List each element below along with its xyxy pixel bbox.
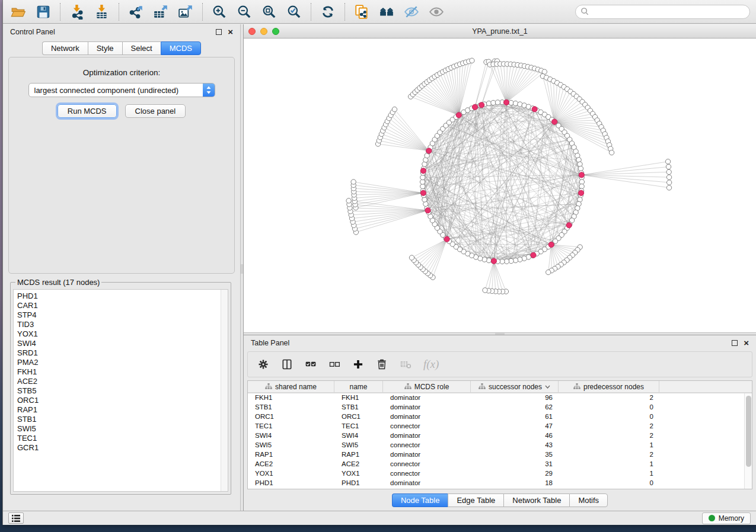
cell-successor-nodes: 47 (471, 422, 559, 431)
mcds-result-item[interactable]: YOX1 (17, 329, 228, 339)
mcds-result-item[interactable]: ACE2 (17, 377, 228, 386)
table-row[interactable]: STB1STB1dominator620 (248, 403, 752, 412)
open-folder-icon[interactable] (10, 4, 27, 20)
mcds-result-item[interactable]: PMA2 (17, 358, 228, 367)
cell-successor-nodes: 61 (471, 412, 559, 422)
table-row[interactable]: TEC1TEC1connector472 (248, 422, 752, 431)
mcds-result-item[interactable]: STB5 (17, 386, 228, 396)
table-row[interactable]: SWI4SWI4dominator462 (248, 431, 752, 441)
tab-network[interactable]: Network (42, 41, 88, 55)
search-icon (580, 7, 589, 16)
zoom-in-icon[interactable] (211, 4, 228, 20)
table-row[interactable]: ORC1ORC1dominator610 (248, 412, 752, 422)
tab-network-table[interactable]: Network Table (503, 493, 569, 507)
mcds-result-item[interactable]: SWI4 (17, 339, 228, 348)
tab-motifs[interactable]: Motifs (569, 493, 608, 507)
mcds-result-item[interactable]: TEC1 (17, 434, 228, 443)
mcds-result-item[interactable]: STB1 (17, 415, 228, 424)
mcds-result-item[interactable]: TID3 (17, 320, 228, 329)
optimization-criterion-select[interactable]: largest connected component (undirected) (28, 83, 215, 97)
table-panel-tabs: Node TableEdge TableNetwork TableMotifs (244, 493, 756, 507)
column-header-name[interactable]: name (334, 381, 383, 392)
close-panel-button[interactable]: Close panel (125, 104, 186, 118)
run-mcds-button[interactable]: Run MCDS (58, 104, 117, 118)
close-panel-icon[interactable]: × (228, 29, 233, 35)
search-input[interactable] (589, 8, 745, 16)
list-scrollbar[interactable] (221, 290, 228, 491)
tab-node-table[interactable]: Node Table (392, 493, 448, 507)
cell-shared-name: TEC1 (248, 422, 334, 431)
search-box[interactable] (575, 5, 750, 19)
first-neighbors-icon[interactable] (378, 4, 395, 20)
control-panel-title: Control Panel (10, 28, 55, 36)
table-mode-gear-icon[interactable] (257, 358, 269, 370)
tab-style[interactable]: Style (88, 41, 122, 55)
add-column-icon[interactable] (352, 358, 364, 370)
cell-predecessor-nodes: 0 (559, 412, 659, 422)
mcds-result-item[interactable]: SRD1 (17, 348, 228, 358)
zoom-out-icon[interactable] (236, 4, 253, 20)
export-image-icon[interactable] (177, 4, 194, 20)
column-header-MCDS-role[interactable]: MCDS role (383, 381, 471, 392)
memory-button[interactable]: Memory (702, 512, 751, 524)
import-table-file-icon[interactable] (94, 4, 110, 20)
export-table-icon[interactable] (152, 4, 169, 20)
cell-shared-name: STB1 (248, 403, 334, 412)
cell-shared-name: FKH1 (248, 393, 334, 403)
mcds-result-list[interactable]: PHD1CAR1STP4TID3YOX1SWI4SRD1PMA2FKH1ACE2… (13, 289, 228, 492)
cell-name: ORC1 (334, 412, 383, 422)
network-graph-canvas[interactable] (244, 39, 756, 332)
hide-selected-icon[interactable] (403, 4, 420, 20)
cell-name: STB1 (334, 403, 383, 412)
mcds-result-item[interactable]: ORC1 (17, 396, 228, 405)
cell-name: RAP1 (334, 450, 383, 460)
table-row[interactable]: RAP1RAP1dominator352 (248, 450, 752, 460)
network-window-titlebar[interactable]: YPA_prune.txt_1 (244, 24, 756, 39)
main-toolbar (3, 0, 756, 24)
select-all-rows-icon[interactable] (305, 358, 317, 370)
status-menu-button[interactable] (8, 512, 24, 524)
mcds-result-item[interactable]: RAP1 (17, 405, 228, 415)
mcds-result-item[interactable]: CAR1 (17, 301, 228, 310)
cell-MCDS-role: dominator (383, 393, 471, 403)
column-type-icon (573, 383, 580, 390)
export-network-icon[interactable] (127, 4, 144, 20)
tab-mcds[interactable]: MCDS (161, 41, 201, 55)
control-panel-tabs: NetworkStyleSelectMCDS (3, 41, 240, 55)
sort-descending-icon (545, 385, 550, 389)
delete-columns-icon[interactable] (376, 358, 388, 370)
toggle-columns-icon[interactable] (281, 358, 293, 370)
cell-shared-name: PHD1 (248, 479, 334, 488)
table-header-row: shared namenameMCDS rolesuccessor nodesp… (248, 381, 752, 393)
table-row[interactable]: FKH1FKH1dominator962 (248, 393, 752, 403)
show-all-icon[interactable] (428, 4, 445, 20)
table-panel: Table Panel × (244, 335, 756, 511)
refresh-network-icon[interactable] (320, 4, 336, 20)
zoom-selected-icon[interactable] (286, 4, 302, 20)
column-header-shared-name[interactable]: shared name (248, 381, 334, 392)
table-row[interactable]: PHD1PHD1dominator180 (248, 479, 752, 488)
column-header-successor-nodes[interactable]: successor nodes (471, 381, 559, 392)
tab-select[interactable]: Select (122, 41, 161, 55)
mcds-result-item[interactable]: PHD1 (17, 291, 228, 301)
save-session-icon[interactable] (35, 4, 52, 20)
mcds-result-group: MCDS result (17 nodes) PHD1CAR1STP4TID3Y… (10, 278, 231, 495)
table-row[interactable]: YOX1YOX1connector291 (248, 469, 752, 479)
mcds-result-item[interactable]: GCR1 (17, 443, 228, 453)
mcds-result-item[interactable]: FKH1 (17, 367, 228, 377)
new-network-from-selection-icon[interactable] (353, 4, 370, 20)
close-panel-icon[interactable]: × (744, 340, 749, 346)
mcds-result-item[interactable]: STP4 (17, 310, 228, 320)
memory-label: Memory (719, 514, 744, 523)
table-scrollbar[interactable] (744, 393, 752, 489)
zoom-fit-icon[interactable] (261, 4, 277, 20)
float-panel-icon[interactable] (216, 29, 222, 35)
float-panel-icon[interactable] (732, 340, 738, 346)
deselect-all-rows-icon[interactable] (328, 358, 340, 370)
import-network-file-icon[interactable] (69, 4, 85, 20)
column-header-predecessor-nodes[interactable]: predecessor nodes (559, 381, 659, 392)
table-row[interactable]: ACE2ACE2connector311 (248, 460, 752, 469)
tab-edge-table[interactable]: Edge Table (448, 493, 503, 507)
table-row[interactable]: SWI5SWI5connector431 (248, 441, 752, 450)
mcds-result-item[interactable]: SWI5 (17, 424, 228, 434)
